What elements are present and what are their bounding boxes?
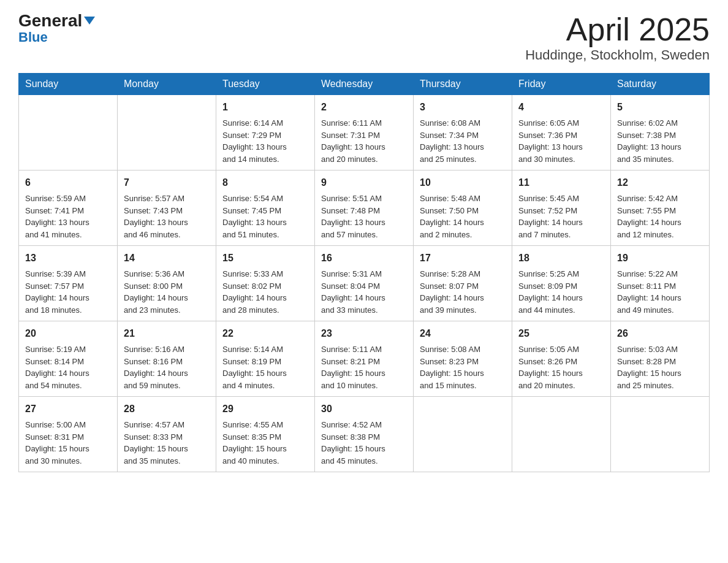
day-info: Sunrise: 5:14 AMSunset: 8:19 PMDaylight:…	[222, 343, 308, 391]
day-cell: 19Sunrise: 5:22 AMSunset: 8:11 PMDayligh…	[611, 246, 710, 321]
day-info: Sunrise: 5:54 AMSunset: 7:45 PMDaylight:…	[222, 193, 308, 240]
logo-triangle-icon	[84, 17, 95, 25]
day-number: 24	[420, 326, 506, 341]
day-info: Sunrise: 4:55 AMSunset: 8:35 PMDaylight:…	[222, 419, 308, 467]
day-info: Sunrise: 5:25 AMSunset: 8:09 PMDaylight:…	[518, 268, 604, 316]
day-info: Sunrise: 5:05 AMSunset: 8:26 PMDaylight:…	[518, 343, 604, 391]
day-cell: 4Sunrise: 6:05 AMSunset: 7:36 PMDaylight…	[512, 95, 611, 170]
day-cell: 30Sunrise: 4:52 AMSunset: 8:38 PMDayligh…	[315, 397, 414, 472]
day-info: Sunrise: 5:42 AMSunset: 7:55 PMDaylight:…	[617, 193, 703, 240]
week-row-3: 13Sunrise: 5:39 AMSunset: 7:57 PMDayligh…	[19, 246, 710, 321]
day-cell: 2Sunrise: 6:11 AMSunset: 7:31 PMDaylight…	[315, 95, 414, 170]
day-cell: 11Sunrise: 5:45 AMSunset: 7:52 PMDayligh…	[512, 170, 611, 246]
header-sunday: Sunday	[19, 74, 118, 95]
day-number: 17	[420, 251, 506, 266]
day-info: Sunrise: 6:02 AMSunset: 7:38 PMDaylight:…	[617, 117, 703, 165]
logo-general: General	[18, 12, 95, 29]
calendar-title: April 2025	[525, 12, 710, 47]
day-info: Sunrise: 6:11 AMSunset: 7:31 PMDaylight:…	[321, 117, 407, 165]
day-cell: 12Sunrise: 5:42 AMSunset: 7:55 PMDayligh…	[611, 170, 710, 246]
header-saturday: Saturday	[611, 74, 710, 95]
day-info: Sunrise: 5:22 AMSunset: 8:11 PMDaylight:…	[617, 268, 703, 316]
day-number: 29	[222, 402, 308, 416]
day-number: 3	[420, 100, 506, 115]
day-info: Sunrise: 5:57 AMSunset: 7:43 PMDaylight:…	[124, 193, 210, 240]
page-header: General Blue April 2025 Huddinge, Stockh…	[18, 12, 710, 63]
logo: General Blue	[18, 12, 95, 44]
day-info: Sunrise: 6:08 AMSunset: 7:34 PMDaylight:…	[420, 117, 506, 165]
day-info: Sunrise: 5:19 AMSunset: 8:14 PMDaylight:…	[25, 343, 111, 391]
day-cell: 17Sunrise: 5:28 AMSunset: 8:07 PMDayligh…	[414, 246, 512, 321]
day-cell: 27Sunrise: 5:00 AMSunset: 8:31 PMDayligh…	[19, 397, 118, 472]
day-info: Sunrise: 6:05 AMSunset: 7:36 PMDaylight:…	[518, 117, 604, 165]
day-number: 1	[222, 100, 308, 115]
day-cell: 23Sunrise: 5:11 AMSunset: 8:21 PMDayligh…	[315, 321, 414, 397]
day-number: 23	[321, 326, 407, 341]
day-info: Sunrise: 5:36 AMSunset: 8:00 PMDaylight:…	[124, 268, 210, 316]
day-info: Sunrise: 5:28 AMSunset: 8:07 PMDaylight:…	[420, 268, 506, 316]
day-number: 21	[124, 326, 210, 341]
day-cell: 1Sunrise: 6:14 AMSunset: 7:29 PMDaylight…	[216, 95, 315, 170]
header-wednesday: Wednesday	[315, 74, 414, 95]
calendar-table: SundayMondayTuesdayWednesdayThursdayFrid…	[18, 73, 710, 472]
day-cell: 8Sunrise: 5:54 AMSunset: 7:45 PMDaylight…	[216, 170, 315, 246]
calendar-header-row: SundayMondayTuesdayWednesdayThursdayFrid…	[19, 74, 710, 95]
day-cell	[19, 95, 118, 170]
week-row-2: 6Sunrise: 5:59 AMSunset: 7:41 PMDaylight…	[19, 170, 710, 246]
day-cell: 10Sunrise: 5:48 AMSunset: 7:50 PMDayligh…	[414, 170, 512, 246]
week-row-5: 27Sunrise: 5:00 AMSunset: 8:31 PMDayligh…	[19, 397, 710, 472]
title-section: April 2025 Huddinge, Stockholm, Sweden	[525, 12, 710, 63]
day-cell: 26Sunrise: 5:03 AMSunset: 8:28 PMDayligh…	[611, 321, 710, 397]
day-cell: 5Sunrise: 6:02 AMSunset: 7:38 PMDaylight…	[611, 95, 710, 170]
day-info: Sunrise: 4:52 AMSunset: 8:38 PMDaylight:…	[321, 419, 407, 467]
day-number: 30	[321, 402, 407, 416]
calendar-subtitle: Huddinge, Stockholm, Sweden	[525, 47, 710, 63]
day-cell: 20Sunrise: 5:19 AMSunset: 8:14 PMDayligh…	[19, 321, 118, 397]
day-number: 13	[25, 251, 111, 266]
day-info: Sunrise: 5:51 AMSunset: 7:48 PMDaylight:…	[321, 193, 407, 240]
day-cell	[512, 397, 611, 472]
day-info: Sunrise: 6:14 AMSunset: 7:29 PMDaylight:…	[222, 117, 308, 165]
week-row-4: 20Sunrise: 5:19 AMSunset: 8:14 PMDayligh…	[19, 321, 710, 397]
day-number: 2	[321, 100, 407, 115]
header-friday: Friday	[512, 74, 611, 95]
day-number: 19	[617, 251, 703, 266]
day-cell: 15Sunrise: 5:33 AMSunset: 8:02 PMDayligh…	[216, 246, 315, 321]
day-cell	[118, 95, 216, 170]
day-number: 20	[25, 326, 111, 341]
day-info: Sunrise: 5:45 AMSunset: 7:52 PMDaylight:…	[518, 193, 604, 240]
day-number: 18	[518, 251, 604, 266]
day-number: 10	[420, 175, 506, 190]
day-info: Sunrise: 5:03 AMSunset: 8:28 PMDaylight:…	[617, 343, 703, 391]
day-cell: 29Sunrise: 4:55 AMSunset: 8:35 PMDayligh…	[216, 397, 315, 472]
day-cell	[414, 397, 512, 472]
day-info: Sunrise: 5:08 AMSunset: 8:23 PMDaylight:…	[420, 343, 506, 391]
day-number: 28	[124, 402, 210, 416]
day-cell: 9Sunrise: 5:51 AMSunset: 7:48 PMDaylight…	[315, 170, 414, 246]
day-number: 5	[617, 100, 703, 115]
day-cell: 21Sunrise: 5:16 AMSunset: 8:16 PMDayligh…	[118, 321, 216, 397]
day-number: 11	[518, 175, 604, 190]
header-tuesday: Tuesday	[216, 74, 315, 95]
day-cell: 25Sunrise: 5:05 AMSunset: 8:26 PMDayligh…	[512, 321, 611, 397]
week-row-1: 1Sunrise: 6:14 AMSunset: 7:29 PMDaylight…	[19, 95, 710, 170]
day-info: Sunrise: 5:00 AMSunset: 8:31 PMDaylight:…	[25, 419, 111, 467]
day-cell: 13Sunrise: 5:39 AMSunset: 7:57 PMDayligh…	[19, 246, 118, 321]
day-number: 14	[124, 251, 210, 266]
day-info: Sunrise: 5:39 AMSunset: 7:57 PMDaylight:…	[25, 268, 111, 316]
day-number: 6	[25, 175, 111, 190]
day-info: Sunrise: 5:31 AMSunset: 8:04 PMDaylight:…	[321, 268, 407, 316]
day-cell	[611, 397, 710, 472]
day-cell: 7Sunrise: 5:57 AMSunset: 7:43 PMDaylight…	[118, 170, 216, 246]
day-number: 8	[222, 175, 308, 190]
day-number: 4	[518, 100, 604, 115]
day-info: Sunrise: 5:33 AMSunset: 8:02 PMDaylight:…	[222, 268, 308, 316]
day-number: 12	[617, 175, 703, 190]
header-monday: Monday	[118, 74, 216, 95]
day-number: 26	[617, 326, 703, 341]
day-cell: 22Sunrise: 5:14 AMSunset: 8:19 PMDayligh…	[216, 321, 315, 397]
day-info: Sunrise: 5:48 AMSunset: 7:50 PMDaylight:…	[420, 193, 506, 240]
header-thursday: Thursday	[414, 74, 512, 95]
day-number: 27	[25, 402, 111, 416]
day-number: 25	[518, 326, 604, 341]
